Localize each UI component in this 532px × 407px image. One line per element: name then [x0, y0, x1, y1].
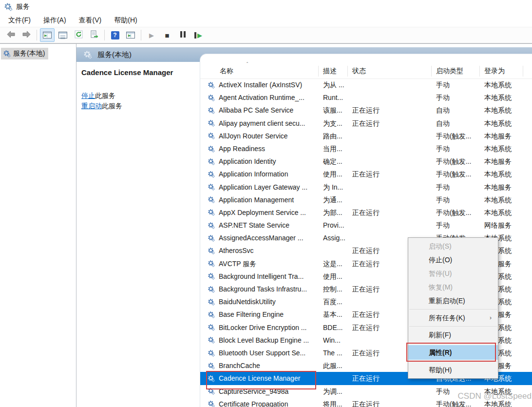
stop-service-link[interactable]: 停止 — [81, 92, 95, 99]
action-pane-icon: ▶ — [126, 32, 135, 39]
service-description: 为支... — [323, 117, 350, 130]
watermark: CSDN @LostSpeed — [458, 391, 532, 401]
restart-service-button[interactable]: ▶ — [191, 28, 206, 42]
service-row[interactable]: Alibaba PC Safe Service该服...正在运行自动本地系统 — [200, 104, 532, 116]
list-header: ˆ 名称 描述 状态 启动类型 登录为 — [200, 64, 532, 79]
service-status — [352, 181, 429, 194]
service-row[interactable]: Alipay payment client secu...为支...正在运行自动… — [200, 117, 532, 130]
service-description: Provi... — [323, 219, 350, 232]
service-name: Alipay payment client secu... — [219, 117, 317, 130]
service-gear-icon — [208, 130, 217, 142]
service-startup-type: 手动 — [436, 181, 483, 194]
service-status: 正在运行 — [352, 104, 429, 116]
service-description: 为通... — [323, 194, 350, 206]
stop-service-button[interactable]: ■ — [160, 28, 174, 42]
service-gear-icon — [208, 334, 217, 347]
app-gear-icon — [4, 2, 13, 11]
service-gear-icon — [208, 168, 217, 180]
service-name: Application Management — [219, 194, 317, 206]
start-service-button[interactable]: ▶ — [144, 28, 159, 42]
service-row[interactable]: AppX Deployment Service ...为部...正在运行手动(触… — [200, 206, 532, 219]
context-menu-item[interactable]: 停止(O) — [408, 253, 498, 267]
service-row[interactable]: App Readiness当用...手动本地系统 — [200, 142, 532, 155]
context-menu-item[interactable]: 属性(R) — [408, 345, 498, 360]
service-row[interactable]: Agent Activation Runtime_...Runt...手动本地系… — [200, 91, 532, 104]
service-gear-icon — [208, 194, 217, 206]
restart-service-link[interactable]: 重启动 — [81, 102, 102, 110]
service-row[interactable]: ASP.NET State ServiceProvi...手动网络服务 — [200, 219, 532, 232]
properties-button[interactable] — [56, 28, 70, 42]
console-tree-panel: 服务(本地) — [0, 44, 76, 407]
service-description: Runt... — [323, 91, 350, 104]
context-menu-item[interactable]: 帮助(H) — [408, 363, 498, 377]
service-startup-type: 自动 — [436, 104, 483, 116]
column-header-name[interactable]: 名称 — [220, 67, 233, 76]
banner-gear-icon — [83, 50, 92, 59]
service-name: Certificate Propagation — [219, 398, 317, 407]
service-name: App Readiness — [219, 142, 317, 155]
show-console-tree-button[interactable]: ▶ — [40, 28, 55, 42]
service-gear-icon — [208, 117, 217, 130]
show-action-pane-button[interactable]: ▶ — [123, 28, 138, 42]
context-menu-item[interactable]: 所有任务(K)› — [408, 311, 498, 325]
sort-ascending-icon: ˆ — [247, 62, 248, 67]
back-arrow-icon — [6, 31, 16, 40]
service-description: 百度... — [323, 295, 350, 308]
service-logon-as: 本地系统 — [484, 91, 529, 104]
refresh-button[interactable] — [71, 28, 86, 42]
service-name: Background Intelligent Tra... — [219, 270, 317, 283]
toolbar: ▶ ? ▶ — [0, 27, 532, 43]
service-name: CaptureService_9498a — [219, 385, 317, 398]
menu-file[interactable]: 文件(F) — [2, 15, 37, 26]
service-description: 使用... — [323, 168, 350, 180]
service-name: Application Layer Gateway ... — [219, 181, 317, 194]
service-row[interactable]: Application Information使用...正在运行手动(触发...… — [200, 168, 532, 180]
export-list-icon — [90, 30, 98, 40]
stop-icon: ■ — [165, 32, 169, 39]
pause-service-button[interactable] — [175, 28, 190, 42]
back-button[interactable] — [3, 28, 18, 42]
column-header-status[interactable]: 状态 — [352, 67, 366, 76]
service-gear-icon — [208, 104, 217, 116]
service-gear-icon — [208, 244, 217, 257]
service-startup-type: 手动 — [436, 142, 483, 155]
service-status — [352, 194, 429, 206]
service-description — [323, 244, 350, 257]
service-row[interactable]: Application Management为通...手动本地系统 — [200, 194, 532, 206]
column-header-desc[interactable]: 描述 — [323, 67, 337, 76]
context-menu-item[interactable]: 刷新(F) — [408, 328, 498, 342]
service-status — [352, 155, 429, 168]
service-name: Background Tasks Infrastru... — [219, 283, 317, 295]
service-gear-icon — [208, 219, 217, 232]
tree-item-services-local[interactable]: 服务(本地) — [1, 48, 48, 59]
help-button[interactable]: ? — [108, 28, 122, 42]
stop-service-suffix: 此服务 — [95, 92, 115, 99]
service-description: 该服... — [323, 104, 350, 116]
service-description: 当用... — [323, 142, 350, 155]
service-gear-icon — [208, 155, 217, 168]
menu-help[interactable]: 帮助(H) — [108, 15, 143, 26]
forward-button[interactable] — [19, 28, 34, 42]
context-menu-item[interactable]: 重新启动(E) — [408, 294, 498, 308]
menu-view[interactable]: 查看(V) — [73, 15, 108, 26]
column-header-startup[interactable]: 启动类型 — [436, 67, 463, 76]
service-gear-icon — [208, 308, 217, 321]
service-logon-as: 本地系统 — [484, 206, 529, 219]
service-logon-as: 本地系统 — [484, 168, 529, 180]
service-row[interactable]: ActiveX Installer (AxInstSV)为从 ...手动本地系统 — [200, 78, 532, 91]
service-logon-as: 本地系统 — [484, 142, 529, 155]
export-list-button[interactable] — [87, 28, 101, 42]
service-description: 将用... — [323, 398, 350, 407]
menu-bar: 文件(F) 操作(A) 查看(V) 帮助(H) — [0, 14, 532, 27]
column-header-logon[interactable]: 登录为 — [484, 67, 505, 76]
service-row[interactable]: Application Identity确定...手动(触发...本地服务 — [200, 155, 532, 168]
help-icon: ? — [111, 31, 119, 39]
properties-icon — [58, 32, 67, 39]
service-status: 正在运行 — [352, 117, 429, 130]
menu-action[interactable]: 操作(A) — [37, 15, 73, 26]
service-startup-type: 自动 — [436, 117, 483, 130]
service-row[interactable]: Application Layer Gateway ...为 In...手动本地… — [200, 181, 532, 194]
service-row[interactable]: AllJoyn Router Service路由...手动(触发...本地服务 — [200, 130, 532, 142]
service-name: BitLocker Drive Encryption ... — [219, 321, 317, 334]
service-gear-icon — [208, 91, 217, 104]
